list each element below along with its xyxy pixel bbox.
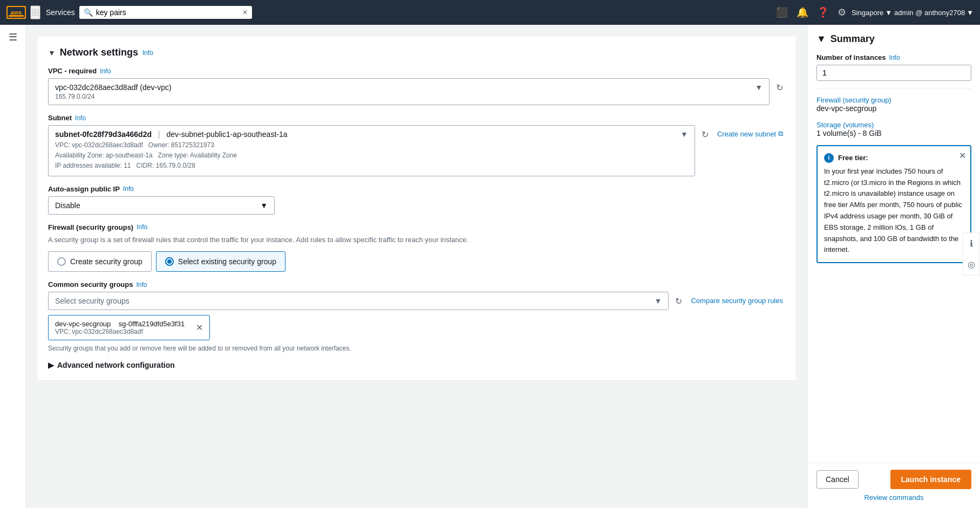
settings-icon[interactable]: ⚙: [834, 4, 849, 20]
compare-sg-rules-link[interactable]: Compare security group rules: [689, 292, 785, 310]
svg-rect-2: [9, 15, 24, 17]
search-input[interactable]: [96, 8, 239, 17]
sg-tag-id: sg-0fffa219dfd5e3f31: [119, 320, 185, 328]
network-settings-card: ▼ Network settings Info VPC - required I…: [37, 36, 797, 381]
create-security-group-option[interactable]: Create security group: [48, 251, 152, 272]
services-button[interactable]: Services: [46, 8, 75, 17]
instances-input[interactable]: [816, 65, 971, 81]
vpc-dropdown[interactable]: vpc-032dc268aec3d8adf (dev-vpc) ▼ 165.79…: [48, 78, 770, 105]
main-content: ▼ Network settings Info VPC - required I…: [26, 25, 807, 508]
sg-tag-name-id: dev-vpc-secgroup sg-0fffa219dfd5e3f31: [55, 320, 185, 328]
auto-assign-info-link[interactable]: Info: [123, 185, 134, 193]
summary-firewall-section: Firewall (security group) dev-vpc-secgro…: [816, 95, 971, 113]
firewall-field-group: Firewall (security groups) Info A securi…: [48, 223, 785, 353]
free-tier-text: In your first year includes 750 hours of…: [824, 167, 962, 254]
instances-section: Number of instances Info: [816, 53, 971, 81]
firewall-label: Firewall (security groups) Info: [48, 223, 785, 231]
subnet-info-link[interactable]: Info: [75, 114, 86, 122]
sg-note: Security groups that you add or remove h…: [48, 345, 785, 352]
firewall-description: A security group is a set of firewall ru…: [48, 235, 785, 245]
select-sg-radio-circle: [165, 257, 174, 266]
edge-info-button[interactable]: ℹ: [963, 233, 979, 254]
search-icon: 🔍: [84, 8, 93, 17]
subnet-id: subnet-0fc28f79d3a466d2d: [55, 130, 152, 139]
search-bar: 🔍 ✕: [79, 6, 252, 19]
region-selector[interactable]: Singapore ▼: [852, 9, 892, 17]
sg-select-wrapper: Select security groups ▼ ↻ Compare secur…: [48, 292, 785, 311]
common-sg-info-link[interactable]: Info: [136, 281, 147, 289]
sg-dropdown-chevron-icon: ▼: [655, 297, 662, 305]
network-settings-info-link[interactable]: Info: [142, 49, 153, 57]
vpc-refresh-button[interactable]: ↻: [774, 78, 785, 97]
subnet-field-group: Subnet Info subnet-0fc28f79d3a466d2d | d…: [48, 114, 785, 176]
create-sg-radio-circle: [57, 257, 66, 266]
subnet-name: dev-subnet-public1-ap-southeast-1a: [166, 130, 287, 139]
auto-assign-dropdown[interactable]: Disable ▼: [48, 196, 275, 215]
vpc-select-wrapper: vpc-032dc268aec3d8adf (dev-vpc) ▼ 165.79…: [48, 78, 785, 105]
section-header: ▼ Network settings Info: [48, 47, 785, 58]
region-chevron: ▼: [885, 9, 892, 17]
hamburger-menu-button[interactable]: ☰: [9, 31, 17, 43]
bottom-bar: Cancel Launch instance Review commands: [808, 463, 980, 508]
sg-tag: dev-vpc-secgroup sg-0fffa219dfd5e3f31 VP…: [48, 315, 210, 340]
grid-icon[interactable]: ⊞: [30, 5, 40, 19]
summary-storage-link[interactable]: Storage (volumes): [816, 121, 874, 129]
cancel-button[interactable]: Cancel: [816, 470, 859, 489]
external-link-icon: ⧉: [778, 129, 783, 138]
instances-info-link[interactable]: Info: [889, 54, 900, 61]
advanced-arrow-icon: ▶: [48, 361, 54, 369]
instances-label: Number of instances Info: [816, 53, 971, 61]
subnet-dropdown[interactable]: subnet-0fc28f79d3a466d2d | dev-subnet-pu…: [48, 125, 695, 176]
free-tier-info-icon: i: [824, 153, 834, 163]
subnet-label: Subnet Info: [48, 114, 785, 122]
summary-firewall-value: dev-vpc-secgroup: [816, 104, 971, 113]
right-panel: ▼ Summary Number of instances Info Firew…: [807, 25, 980, 508]
sg-remove-button[interactable]: ✕: [196, 322, 203, 333]
svg-text:aws: aws: [11, 9, 22, 16]
review-commands-link[interactable]: Review commands: [816, 493, 971, 502]
action-row: Cancel Launch instance: [816, 470, 971, 489]
advanced-network-toggle[interactable]: ▶ Advanced network configuration: [48, 361, 785, 369]
vpc-label: VPC - required Info: [48, 67, 785, 75]
region-label: Singapore: [852, 9, 883, 17]
help-icon[interactable]: ❓: [814, 4, 832, 20]
edge-target-button[interactable]: ◎: [963, 254, 979, 275]
radio-options: Create security group Select existing se…: [48, 251, 785, 272]
free-tier-box: ✕ i Free tier: In your first year includ…: [816, 145, 971, 263]
sg-refresh-button[interactable]: ↻: [673, 292, 684, 311]
summary-firewall-link[interactable]: Firewall (security group): [816, 96, 891, 104]
user-label: admin @ anthony2708: [894, 9, 965, 17]
user-menu[interactable]: admin @ anthony2708 ▼: [894, 9, 974, 17]
section-title: Network settings: [60, 47, 138, 58]
sg-tag-name: dev-vpc-secgroup: [55, 320, 111, 328]
sg-tag-vpc: VPC: vpc-032dc268aec3d8adf: [55, 328, 185, 335]
summary-storage-section: Storage (volumes) 1 volume(s) - 8 GiB: [816, 120, 971, 138]
auto-assign-chevron-icon: ▼: [260, 201, 268, 210]
right-edge-icons: ℹ ◎: [963, 232, 980, 276]
auto-assign-field-group: Auto-assign public IP Info Disable ▼: [48, 185, 785, 215]
user-chevron: ▼: [967, 9, 974, 17]
select-security-group-option[interactable]: Select existing security group: [156, 251, 285, 272]
subnet-chevron-icon: ▼: [680, 130, 688, 139]
sg-dropdown[interactable]: Select security groups ▼: [48, 292, 669, 310]
free-tier-bold: Free tier:: [838, 153, 868, 164]
select-sg-label: Select existing security group: [178, 257, 276, 266]
summary-collapse-icon[interactable]: ▼: [816, 33, 826, 45]
common-sg-label: Common security groups Info: [48, 280, 785, 289]
subnet-select-wrapper: subnet-0fc28f79d3a466d2d | dev-subnet-pu…: [48, 125, 785, 176]
terminal-icon[interactable]: ⬛: [773, 4, 791, 20]
launch-instance-button[interactable]: Launch instance: [890, 470, 971, 489]
auto-assign-value: Disable: [55, 201, 80, 210]
free-tier-close-button[interactable]: ✕: [959, 150, 966, 161]
vpc-info-link[interactable]: Info: [100, 67, 111, 75]
sg-tag-info: dev-vpc-secgroup sg-0fffa219dfd5e3f31 VP…: [55, 320, 185, 335]
create-subnet-link[interactable]: Create new subnet ⧉: [715, 125, 785, 142]
subnet-refresh-button[interactable]: ↻: [699, 125, 711, 144]
bell-icon[interactable]: 🔔: [793, 4, 812, 20]
subnet-meta: VPC: vpc-032dc268aec3d8adf Owner: 851725…: [55, 140, 688, 171]
vpc-chevron-icon: ▼: [755, 83, 763, 92]
collapse-arrow-icon[interactable]: ▼: [48, 49, 56, 57]
auto-assign-label: Auto-assign public IP Info: [48, 185, 785, 193]
search-clear-icon[interactable]: ✕: [242, 9, 248, 16]
firewall-info-link[interactable]: Info: [137, 223, 147, 231]
